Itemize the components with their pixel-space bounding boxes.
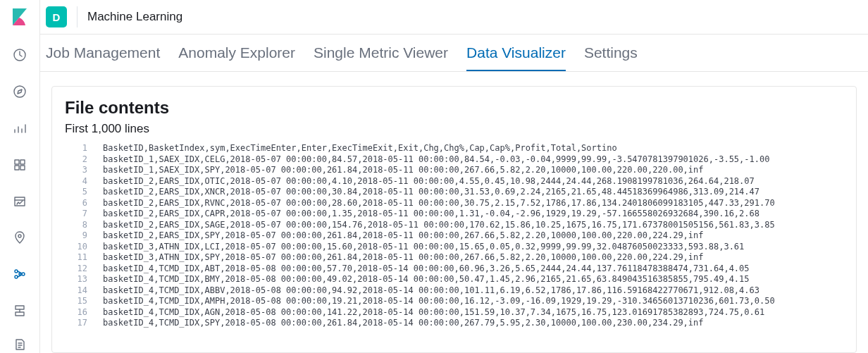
line-number: 13 — [65, 274, 103, 285]
line-number: 10 — [65, 242, 103, 253]
line-number: 14 — [65, 285, 103, 297]
line-text: basketID_3,ATHN_IDX,SPY,2018-05-07 00:00… — [103, 252, 704, 264]
svg-rect-12 — [16, 306, 24, 309]
visualize-icon[interactable] — [11, 120, 28, 137]
line-text: basketID_2,EARS_IDX,OTIC,2018-05-07 00:0… — [103, 176, 755, 187]
file-line: 5basketID_2,EARS_IDX,XNCR,2018-05-07 00:… — [65, 187, 843, 198]
line-number: 3 — [65, 165, 103, 176]
file-line: 13basketID_4,TCMD_IDX,BMY,2018-05-08 00:… — [65, 274, 843, 285]
line-number: 2 — [65, 154, 103, 166]
file-line: 9basketID_2,EARS_IDX,SPY,2018-05-07 00:0… — [65, 230, 843, 242]
svg-rect-3 — [20, 160, 25, 164]
file-line: 10basketID_3,ATHN_IDX,LCI,2018-05-07 00:… — [65, 242, 843, 253]
line-text: basketID_4,TCMD_IDX,BMY,2018-05-08 00:00… — [103, 274, 750, 285]
line-text: basketID_2,EARS_IDX,SAGE,2018-05-07 00:0… — [103, 220, 775, 231]
space-badge[interactable]: D — [46, 6, 67, 27]
svg-rect-5 — [20, 166, 25, 170]
infra-icon[interactable] — [11, 302, 28, 319]
line-number: 9 — [65, 230, 103, 242]
line-text: basketID_4,TCMD_IDX,SPY,2018-05-08 00:00… — [103, 318, 704, 329]
panel-title: File contents — [65, 98, 843, 118]
line-text: basketID_2,EARS_IDX,XNCR,2018-05-07 00:0… — [103, 187, 760, 198]
line-number: 16 — [65, 307, 103, 318]
kibana-logo[interactable] — [10, 7, 30, 27]
panel-subtitle: First 1,000 lines — [65, 122, 843, 136]
tab-settings[interactable]: Settings — [584, 44, 638, 71]
file-line: 6basketID_2,EARS_IDX,RVNC,2018-05-07 00:… — [65, 198, 843, 209]
logs-icon[interactable] — [11, 336, 28, 353]
line-text: basketID_4,TCMD_IDX,ABBV,2018-05-08 00:0… — [103, 285, 760, 297]
line-number: 6 — [65, 198, 103, 209]
file-line: 16basketID_4,TCMD_IDX,AGN,2018-05-08 00:… — [65, 307, 843, 318]
line-text: basketID_4,TCMD_IDX,AGN,2018-05-08 00:00… — [103, 307, 764, 318]
file-line: 11basketID_3,ATHN_IDX,SPY,2018-05-07 00:… — [65, 252, 843, 264]
svg-point-11 — [19, 273, 20, 275]
top-bar: D Machine Learning — [40, 0, 868, 35]
line-text: basketID_1,SAEX_IDX,SPY,2018-05-07 00:00… — [103, 165, 704, 176]
line-text: basketID_2,EARS_IDX,SPY,2018-05-07 00:00… — [103, 230, 704, 242]
tab-single-metric-viewer[interactable]: Single Metric Viewer — [314, 44, 448, 71]
tab-job-management[interactable]: Job Management — [46, 44, 160, 71]
dashboard-icon[interactable] — [11, 156, 28, 173]
line-text: basketID_2,EARS_IDX,CAPR,2018-05-07 00:0… — [103, 209, 760, 220]
line-text: basketID_2,EARS_IDX,RVNC,2018-05-07 00:0… — [103, 198, 775, 209]
line-number: 8 — [65, 220, 103, 231]
file-line: 8basketID_2,EARS_IDX,SAGE,2018-05-07 00:… — [65, 220, 843, 231]
line-number: 1 — [65, 143, 103, 154]
timelion-icon[interactable] — [11, 193, 28, 210]
svg-point-7 — [18, 235, 21, 237]
tabs-bar: Job ManagementAnomaly ExplorerSingle Met… — [40, 35, 868, 72]
file-line: 17basketID_4,TCMD_IDX,SPY,2018-05-08 00:… — [65, 318, 843, 329]
divider — [77, 6, 78, 27]
line-text: basketID_1,SAEX_IDX,CELG,2018-05-07 00:0… — [103, 154, 769, 166]
svg-point-1 — [14, 86, 25, 97]
file-line: 15basketID_4,TCMD_IDX,AMPH,2018-05-08 00… — [65, 296, 843, 307]
line-number: 7 — [65, 209, 103, 220]
file-line: 4basketID_2,EARS_IDX,OTIC,2018-05-07 00:… — [65, 176, 843, 187]
ml-icon[interactable] — [11, 266, 28, 283]
side-nav — [0, 0, 40, 353]
svg-rect-4 — [15, 166, 19, 170]
line-text: basketID_3,ATHN_IDX,LCI,2018-05-07 00:00… — [103, 242, 744, 253]
file-line: 14basketID_4,TCMD_IDX,ABBV,2018-05-08 00… — [65, 285, 843, 297]
recent-icon[interactable] — [11, 47, 28, 63]
line-number: 11 — [65, 252, 103, 264]
file-contents-panel: File contents First 1,000 lines 1BasketI… — [51, 86, 857, 353]
tab-anomaly-explorer[interactable]: Anomaly Explorer — [178, 44, 295, 71]
file-line: 2basketID_1,SAEX_IDX,CELG,2018-05-07 00:… — [65, 154, 843, 166]
line-number: 15 — [65, 296, 103, 307]
line-number: 12 — [65, 264, 103, 275]
file-listing[interactable]: 1BasketID,BasketIndex,sym,ExecTimeEnter,… — [65, 143, 843, 352]
svg-rect-13 — [16, 312, 24, 316]
line-text: basketID_4,TCMD_IDX,ABT,2018-05-08 00:00… — [103, 264, 750, 275]
line-number: 4 — [65, 176, 103, 187]
svg-point-10 — [22, 273, 25, 275]
discover-icon[interactable] — [11, 83, 28, 100]
maps-icon[interactable] — [11, 229, 28, 246]
svg-rect-6 — [15, 197, 25, 206]
file-line: 12basketID_4,TCMD_IDX,ABT,2018-05-08 00:… — [65, 264, 843, 275]
file-line: 1BasketID,BasketIndex,sym,ExecTimeEnter,… — [65, 143, 843, 154]
svg-rect-2 — [15, 160, 19, 164]
line-text: BasketID,BasketIndex,sym,ExecTimeEnter,E… — [103, 143, 617, 154]
file-line: 3basketID_1,SAEX_IDX,SPY,2018-05-07 00:0… — [65, 165, 843, 176]
file-line: 7basketID_2,EARS_IDX,CAPR,2018-05-07 00:… — [65, 209, 843, 220]
line-number: 17 — [65, 318, 103, 329]
tab-data-visualizer[interactable]: Data Visualizer — [466, 44, 566, 71]
line-number: 5 — [65, 187, 103, 198]
app-title: Machine Learning — [87, 10, 182, 24]
line-text: basketID_4,TCMD_IDX,AMPH,2018-05-08 00:0… — [103, 296, 775, 307]
